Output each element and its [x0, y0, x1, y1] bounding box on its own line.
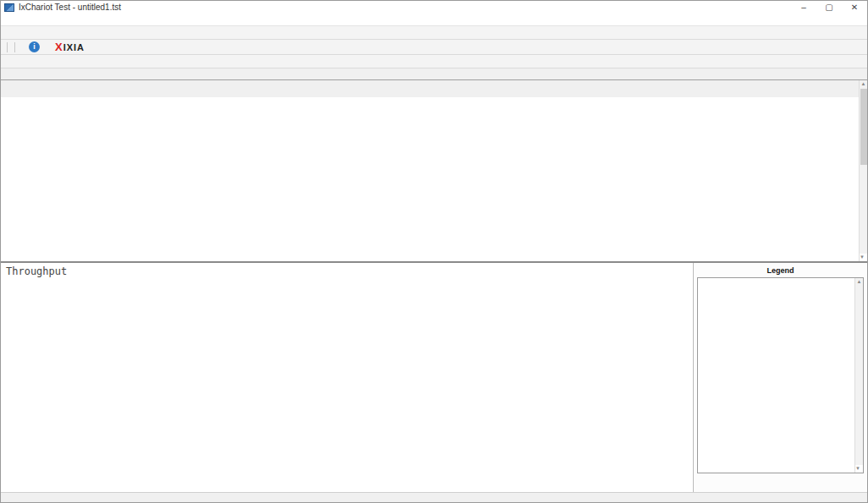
scroll-down-icon[interactable]: ▼ [860, 254, 867, 261]
legend-list[interactable]: ▲ ▼ [697, 277, 864, 473]
toolbar-separator [7, 42, 8, 52]
window-title: IxChariot Test - untitled1.tst [19, 3, 791, 12]
legend-scroll-down-icon[interactable]: ▼ [855, 465, 863, 473]
status-bar [1, 492, 867, 502]
toolbar-grouping [1, 55, 867, 68]
toolbar-main [1, 26, 867, 40]
app-icon [4, 3, 14, 12]
results-table: ▲ ▼ [1, 80, 867, 263]
table-header [1, 80, 867, 97]
close-button[interactable]: ✕ [842, 1, 867, 14]
legend-title: Legend [697, 265, 864, 277]
title-bar: IxChariot Test - untitled1.tst – ▢ ✕ [1, 1, 867, 14]
chart-title: Throughput [1, 263, 693, 277]
ixia-x-mark: X [55, 41, 63, 53]
table-vertical-scrollbar[interactable]: ▲ ▼ [859, 80, 867, 261]
scrollbar-thumb[interactable] [860, 89, 867, 165]
legend-scroll-up-icon[interactable]: ▲ [855, 278, 863, 286]
throughput-chart-pane: Throughput [1, 263, 694, 502]
ixchariot-window: IxChariot Test - untitled1.tst – ▢ ✕ i X… [0, 0, 868, 503]
maximize-button[interactable]: ▢ [816, 1, 842, 14]
minimize-button[interactable]: – [791, 1, 816, 14]
tab-bar [1, 68, 867, 80]
scroll-up-icon[interactable]: ▲ [860, 80, 867, 88]
toolbar-separator [14, 42, 15, 52]
toolbar-pairs: i X IXIA [1, 40, 867, 55]
ixia-logo: X IXIA [55, 41, 85, 53]
legend-scrollbar[interactable]: ▲ ▼ [854, 278, 863, 473]
menu-bar [1, 14, 867, 26]
chart-section: Throughput Legend ▲ ▼ [1, 263, 867, 502]
ixia-logo-text: IXIA [63, 42, 85, 52]
info-icon[interactable]: i [29, 41, 40, 52]
throughput-chart [1, 277, 691, 489]
legend-pane: Legend ▲ ▼ [694, 263, 867, 502]
